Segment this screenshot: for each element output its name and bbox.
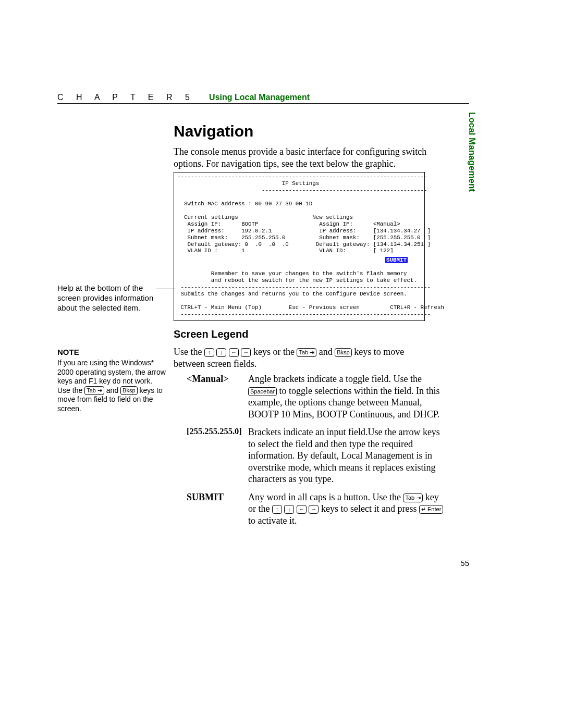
down-key-icon: ↓: [216, 348, 226, 357]
field-label: IP address:: [187, 228, 224, 234]
chapter-label: C H A P T E R 5: [57, 93, 195, 102]
footer-shortcut: Esc - Previous screen: [289, 304, 360, 311]
field-label: IP address:: [319, 228, 356, 234]
legend-term: SUBMIT: [187, 491, 248, 503]
field-label: Assign IP:: [319, 221, 353, 227]
legend-description: Brackets indicate an input field.Use the…: [248, 426, 447, 485]
note-heading: NOTE: [57, 348, 79, 356]
field-value: BOOTP: [241, 221, 258, 227]
spacebar-key-icon: Spacebar: [248, 387, 277, 396]
legend-text: keys to select it and press: [321, 503, 419, 514]
bksp-key-icon: Bksp: [335, 348, 351, 357]
field-value: [ 122]: [373, 248, 394, 254]
legend-text: and: [319, 347, 335, 357]
callout-leader-line: [156, 289, 175, 289]
note-body: If you are using the Windows* 2000 opera…: [57, 359, 167, 413]
left-key-icon: ←: [297, 505, 307, 514]
field-value: 0 .0 .0 .0: [245, 241, 289, 248]
help-text: Submits the changes and returns you to t…: [180, 291, 407, 297]
legend-term: <Manual>: [187, 373, 248, 385]
reminder-text: and reboot the switch for the new IP set…: [211, 277, 417, 283]
note-text: and: [104, 386, 120, 394]
field-label: Default gateway:: [316, 241, 370, 248]
reminder-text: Remember to save your changes to the swi…: [211, 270, 407, 277]
legend-text: to toggle selections within the field. I…: [248, 386, 440, 419]
field-value: <Manual>: [373, 221, 400, 227]
new-settings-header: New settings: [312, 214, 353, 220]
legend-intro: Use the ↑ ↓ ← → keys or the Tab ⇥ and Bk…: [174, 346, 434, 369]
right-key-icon: →: [241, 348, 251, 357]
up-key-icon: ↑: [272, 505, 282, 514]
legend-text: Brackets indicate an input field.Use the…: [248, 427, 440, 484]
legend-text: Any word in all caps is a button. Use th…: [248, 492, 403, 502]
left-key-icon: ←: [229, 348, 239, 357]
legend-description: Angle brackets indicate a toggle field. …: [248, 373, 447, 420]
legend-text: Use the: [174, 347, 204, 357]
intro-paragraph: The console menus provide a basic interf…: [174, 146, 437, 169]
page-title: Navigation: [174, 122, 253, 140]
legend-text: Angle brackets indicate a toggle field. …: [248, 374, 422, 384]
page-number: 55: [460, 559, 469, 567]
legend-text: to activate it.: [248, 515, 297, 526]
field-label: Subnet mask:: [187, 235, 228, 241]
terminal-content: ----------------------------------------…: [174, 174, 424, 254]
tab-key-icon: Tab ⇥: [297, 348, 316, 357]
down-key-icon: ↓: [284, 505, 294, 514]
hr-line: ----------------------------------------…: [177, 174, 427, 180]
legend-definitions: <Manual> Angle brackets indicate a toggl…: [187, 373, 447, 533]
current-settings-header: Current settings: [184, 214, 238, 220]
section-heading: Screen Legend: [174, 328, 248, 340]
hr-line: ----------------------------------------…: [180, 284, 430, 290]
field-label: Subnet mask:: [319, 235, 360, 241]
chapter-header: C H A P T E R 5 Using Local Management: [57, 93, 469, 102]
field-value: 192.0.2.1: [241, 228, 272, 234]
console-title: IP Settings: [282, 180, 319, 187]
up-key-icon: ↑: [204, 348, 214, 357]
field-value: 255.255.255.0: [241, 235, 285, 241]
submit-button[interactable]: SUBMIT: [385, 257, 408, 263]
chapter-title: Using Local Management: [209, 93, 310, 102]
field-label: VLAN ID:: [319, 248, 346, 254]
field-value: [255.255.255.0 ]: [373, 235, 431, 241]
legend-text: keys or the: [253, 347, 297, 357]
terminal-screenshot: ----------------------------------------…: [174, 172, 425, 321]
terminal-content-lower: Remember to save your changes to the swi…: [174, 264, 424, 318]
tab-key-icon: Tab ⇥: [403, 493, 423, 502]
field-label: VLAN ID :: [187, 248, 217, 254]
field-value: [134.134.34.27 ]: [373, 228, 431, 234]
hr-line: ----------------------------------------…: [262, 187, 427, 193]
footer-shortcut: CTRL+R - Refresh: [390, 304, 444, 311]
right-key-icon: →: [309, 505, 319, 514]
hr-line: ----------------------------------------…: [180, 311, 430, 317]
field-value: [134.134.34.251 ]: [373, 241, 431, 248]
legend-description: Any word in all caps is a button. Use th…: [248, 491, 447, 527]
bksp-key-icon: Bksp: [120, 386, 137, 395]
footer-shortcut: CTRL+T - Main Menu (Top): [180, 304, 262, 311]
document-page: C H A P T E R 5 Using Local Management L…: [0, 0, 563, 728]
legend-row-submit: SUBMIT Any word in all caps is a button.…: [187, 491, 447, 527]
legend-term: [255.255.255.0]: [187, 426, 248, 437]
tab-key-icon: Tab ⇥: [84, 386, 104, 395]
field-value: 1: [241, 248, 244, 254]
margin-callout: Help at the bottom of the screen provide…: [57, 283, 156, 313]
legend-row-manual: <Manual> Angle brackets indicate a toggl…: [187, 373, 447, 420]
enter-key-icon: ↵ Enter: [419, 505, 443, 514]
field-label: Assign IP:: [187, 221, 221, 227]
field-label: Default gateway:: [187, 241, 241, 248]
mac-label: Switch MAC address :: [184, 201, 252, 207]
header-divider: [57, 103, 469, 104]
legend-row-brackets: [255.255.255.0] Brackets indicate an inp…: [187, 426, 447, 485]
section-side-tab: Local Management: [467, 112, 477, 192]
mac-value: 00-90-27-39-00-1D: [255, 201, 312, 207]
